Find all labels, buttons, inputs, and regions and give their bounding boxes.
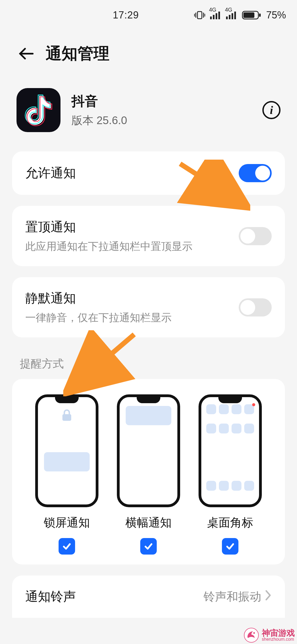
lock-icon: [61, 409, 73, 423]
watermark-sub: shenzhoum.com: [262, 637, 295, 642]
row-title: 允许通知: [25, 165, 239, 182]
toggle-pin-notifications[interactable]: [239, 227, 272, 245]
svg-rect-12: [234, 12, 236, 19]
checkbox-badge[interactable]: [222, 538, 238, 555]
row-title: 置顶通知: [25, 219, 239, 236]
checkbox-lock[interactable]: [59, 538, 75, 555]
card-pin-notifications: 置顶通知 此应用通知在下拉通知栏中置顶显示: [12, 206, 285, 266]
svg-rect-7: [216, 13, 217, 19]
row-pin-notifications[interactable]: 置顶通知 此应用通知在下拉通知栏中置顶显示: [12, 206, 285, 266]
svg-rect-8: [218, 12, 220, 19]
alert-option-banner[interactable]: 横幅通知: [110, 394, 186, 555]
row-silent-notifications[interactable]: 静默通知 一律静音，仅在下拉通知栏显示: [12, 277, 285, 337]
info-icon: i: [270, 104, 273, 116]
section-alert-style: 提醒方式: [0, 348, 297, 379]
row-subtitle: 此应用通知在下拉通知栏中置顶显示: [25, 239, 239, 253]
row-title: 静默通知: [25, 290, 239, 307]
svg-rect-9: [226, 17, 228, 19]
svg-rect-0: [197, 12, 202, 19]
toggle-allow-notifications[interactable]: [239, 164, 272, 182]
svg-rect-10: [229, 15, 230, 19]
preview-badge: [199, 394, 262, 507]
battery-percent: 75%: [266, 9, 286, 21]
checkbox-banner[interactable]: [140, 538, 157, 555]
alert-label: 锁屏通知: [44, 515, 90, 530]
status-time: 17:29: [113, 9, 139, 21]
svg-rect-5: [210, 17, 212, 19]
watermark-icon: [244, 627, 259, 643]
ringtone-value: 铃声和振动: [204, 589, 261, 604]
signal-1-icon: 4G: [210, 11, 221, 19]
card-allow-notifications: 允许通知: [12, 151, 285, 195]
page-title: 通知管理: [46, 43, 109, 64]
svg-rect-17: [62, 414, 71, 421]
row-ringtone[interactable]: 通知铃声 铃声和振动: [12, 575, 285, 618]
row-allow-notifications[interactable]: 允许通知: [12, 151, 285, 195]
svg-rect-6: [213, 15, 215, 19]
row-title: 通知铃声: [25, 588, 204, 605]
card-silent-notifications: 静默通知 一律静音，仅在下拉通知栏显示: [12, 277, 285, 337]
card-alert-style: 锁屏通知 横幅通知: [12, 379, 285, 564]
back-button[interactable]: [16, 44, 36, 63]
svg-rect-14: [243, 12, 254, 18]
status-bar: 17:29 4G 4G 75%: [0, 0, 297, 30]
watermark: 神宙游戏 shenzhoum.com: [241, 626, 297, 644]
app-info-row: 抖音 版本 25.6.0 i: [0, 77, 297, 151]
app-name: 抖音: [72, 92, 251, 110]
app-bar: 通知管理: [0, 30, 297, 77]
alert-option-badge[interactable]: 桌面角标: [192, 394, 268, 555]
vibrate-icon: [194, 10, 205, 20]
preview-lock: [35, 394, 98, 507]
card-ringtone: 通知铃声 铃声和振动: [12, 575, 285, 618]
preview-banner: [117, 394, 180, 507]
svg-rect-11: [232, 13, 233, 19]
battery-icon: [242, 10, 261, 20]
svg-point-23: [253, 632, 255, 634]
row-subtitle: 一律静音，仅在下拉通知栏显示: [25, 311, 239, 325]
signal-2-icon: 4G: [226, 11, 237, 19]
info-button[interactable]: i: [262, 101, 280, 119]
status-right: 4G 4G 75%: [194, 9, 286, 21]
svg-rect-15: [259, 13, 261, 17]
chevron-right-icon: [265, 590, 272, 604]
alert-label: 桌面角标: [207, 515, 253, 530]
alert-label: 横幅通知: [125, 515, 172, 530]
watermark-text: 神宙游戏: [262, 628, 295, 637]
alert-option-lock[interactable]: 锁屏通知: [29, 394, 105, 555]
app-version: 版本 25.6.0: [72, 113, 251, 128]
toggle-silent-notifications[interactable]: [239, 298, 272, 316]
app-icon: [16, 88, 61, 132]
